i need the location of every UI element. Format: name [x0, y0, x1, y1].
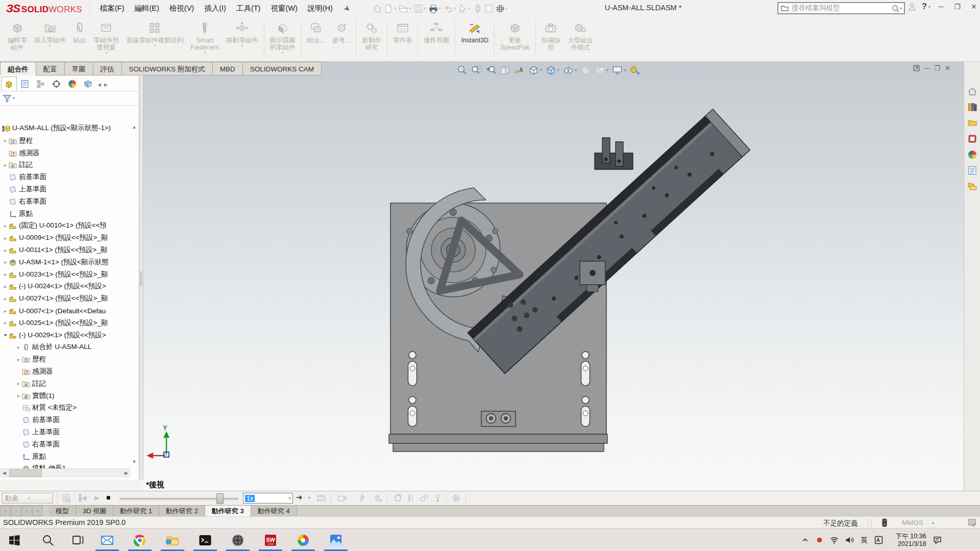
sphere-app[interactable] — [231, 533, 245, 547]
menu-item-4[interactable]: 工具(T) — [231, 1, 266, 16]
expand-arrow-icon[interactable]: ▸ — [2, 138, 9, 143]
chevron-down-icon[interactable]: ▾ — [105, 51, 107, 56]
tree-filter-row[interactable]: ▾ — [0, 91, 139, 106]
tab-草圖[interactable]: 草圖 — [64, 62, 93, 76]
home-icon[interactable] — [967, 86, 977, 96]
chevron-down-icon[interactable]: ▾ — [506, 6, 508, 11]
tree-item[interactable]: 材質 <未指定> — [0, 402, 131, 414]
calculate-icon[interactable] — [61, 493, 71, 503]
tree-item[interactable]: ▸(-) U-0024<1> (預設<<預設> — [0, 281, 131, 293]
tree-item[interactable]: ▸註記 — [0, 159, 131, 171]
viewport-window-icon[interactable] — [913, 64, 920, 72]
options-list-icon[interactable] — [483, 3, 495, 15]
chevron-down-icon[interactable]: ▾ — [624, 68, 626, 72]
tree-item[interactable]: 前基準面 — [0, 414, 131, 426]
tree-item[interactable]: ▸U-0025<1> (預設<<預設>_顯 — [0, 317, 131, 329]
open-icon[interactable]: ▾ — [398, 3, 412, 15]
tree-scroll-up-icon[interactable]: ▲ — [131, 123, 138, 131]
tree-item[interactable]: 原點 — [0, 450, 131, 463]
settings-gear-icon[interactable]: ▾ — [495, 3, 509, 15]
chevron-down-icon[interactable]: ▾ — [154, 44, 156, 49]
zoom-to-area-icon[interactable] — [470, 64, 483, 77]
tree-item[interactable]: 右基準面 — [0, 438, 131, 450]
search-button[interactable] — [41, 533, 55, 547]
tree-item[interactable]: ▸U-0023<1> (預設<<預設>_顯 — [0, 268, 131, 281]
panel-tabs-scroll-left-icon[interactable]: ◀ — [96, 79, 103, 91]
home-icon[interactable] — [372, 3, 383, 15]
propertymanager-tab-icon[interactable] — [17, 77, 33, 91]
undo-icon[interactable]: ▾ — [443, 3, 457, 15]
menu-item-6[interactable]: 說明(H) — [303, 1, 338, 16]
doc-restore-icon[interactable]: ❐ — [934, 64, 940, 72]
start-button[interactable] — [7, 533, 21, 547]
tree-item[interactable]: ▸註記 — [0, 378, 131, 390]
view-orientation-icon[interactable]: ▾ — [527, 64, 543, 77]
tree-item[interactable]: ▸結合於 U-ASM-ALL — [0, 341, 131, 354]
assembly-features-button[interactable]: 組合... — [304, 17, 329, 61]
new-motion-study-button[interactable]: 新動作 研究 — [358, 17, 385, 61]
chevron-down-icon[interactable]: ▾ — [439, 6, 441, 11]
move-component-button[interactable]: 移動零組件 ▾ — [223, 17, 262, 61]
motion-study-properties-icon[interactable] — [451, 493, 461, 503]
expand-arrow-icon[interactable]: ▸ — [2, 271, 9, 277]
tree-item[interactable]: ▸U-0009<1> (預設<<預設>_顯 — [0, 232, 131, 244]
motion-tab-動作研究 1[interactable]: 動作研究 1 — [113, 506, 159, 516]
motion-tab-nav-3[interactable]: » — [32, 506, 43, 516]
chevron-down-icon[interactable]: ▾ — [540, 68, 542, 72]
chevron-down-icon[interactable]: ▾ — [394, 6, 396, 11]
units-label[interactable]: MMGS — [902, 519, 923, 527]
tree-item[interactable]: ▸實體(1) — [0, 390, 131, 402]
scrollbar-thumb[interactable] — [9, 469, 42, 477]
design-library-icon[interactable] — [967, 102, 977, 112]
large-assembly-mode-button[interactable]: 大型組合 件模式 — [564, 17, 597, 61]
tree-item[interactable]: 感測器 — [0, 365, 131, 378]
apply-scene-icon[interactable]: ▾ — [594, 64, 609, 77]
gravity-icon[interactable] — [433, 493, 443, 503]
animation-wizard-icon[interactable] — [337, 493, 347, 503]
motion-tab-3D 視圖[interactable]: 3D 視圖 — [76, 506, 113, 516]
tree-item[interactable]: ▸U-0011<1> (預設<<預設>_顯 — [0, 244, 131, 256]
expand-arrow-icon[interactable]: ▸ — [15, 381, 22, 386]
login-user-icon[interactable] — [908, 2, 917, 11]
view-palette-icon[interactable] — [967, 134, 977, 144]
play-icon[interactable]: ▶ — [94, 494, 100, 502]
tree-horizontal-scrollbar[interactable]: ◀ ▶ — [0, 468, 131, 478]
cam-tab-icon[interactable] — [80, 77, 96, 91]
motor-icon[interactable] — [393, 493, 403, 503]
update-speedpak-button[interactable]: 更新 SpeedPak — [497, 17, 533, 61]
chrome-app[interactable] — [133, 533, 147, 547]
menu-item-0[interactable]: 檔案(F) — [95, 1, 130, 16]
tab-MBD[interactable]: MBD — [212, 62, 242, 76]
filter-funnel-icon[interactable] — [3, 94, 12, 103]
menu-item-5[interactable]: 視窗(W) — [265, 1, 302, 16]
tree-item[interactable]: 原點 — [0, 208, 131, 220]
recording-dot-icon[interactable] — [816, 536, 823, 544]
pin-icon[interactable]: ➤ — [342, 3, 353, 14]
appearances-icon[interactable] — [967, 149, 977, 160]
minimize-button[interactable]: ─ — [936, 3, 947, 11]
tree-root-assembly[interactable]: U-ASM-ALL (預設<顯示狀態-1>) — [0, 121, 131, 135]
featuremanager-tab-icon[interactable] — [1, 77, 17, 91]
edit-appearance-icon[interactable] — [579, 64, 592, 77]
mail-app[interactable] — [100, 533, 114, 547]
expand-arrow-icon[interactable]: ▸ — [2, 235, 9, 241]
playback-speed-select[interactable]: 1x˅ — [243, 493, 293, 504]
tab-評估[interactable]: 評估 — [93, 62, 121, 76]
show-hidden-components-button[interactable]: 顯示隱藏 的零組件 ▾ — [266, 17, 299, 61]
search-icon[interactable] — [891, 4, 900, 13]
insert-component-button[interactable]: 插入零組件 ▾ — [31, 17, 70, 61]
expand-arrow-icon[interactable]: ▸ — [2, 320, 9, 325]
chevron-down-icon[interactable]: ▾ — [606, 68, 608, 72]
displaymanager-tab-icon[interactable] — [64, 77, 80, 91]
file-explorer-app[interactable] — [165, 533, 180, 547]
dimxpertmanager-tab-icon[interactable] — [48, 77, 64, 91]
ime-icon[interactable] — [874, 536, 883, 544]
tree-item[interactable]: ▸歷程 — [0, 135, 131, 147]
custom-properties-icon[interactable] — [967, 165, 977, 176]
chevron-down-icon[interactable]: ▾ — [49, 44, 51, 49]
help-dropdown-icon[interactable]: ▾ — [928, 5, 930, 9]
expand-arrow-icon[interactable]: ▸ — [2, 296, 9, 302]
search-dropdown-icon[interactable]: ▾ — [900, 6, 902, 11]
tree-item[interactable]: 上基準面 — [0, 426, 131, 438]
spring-icon[interactable] — [406, 493, 416, 503]
